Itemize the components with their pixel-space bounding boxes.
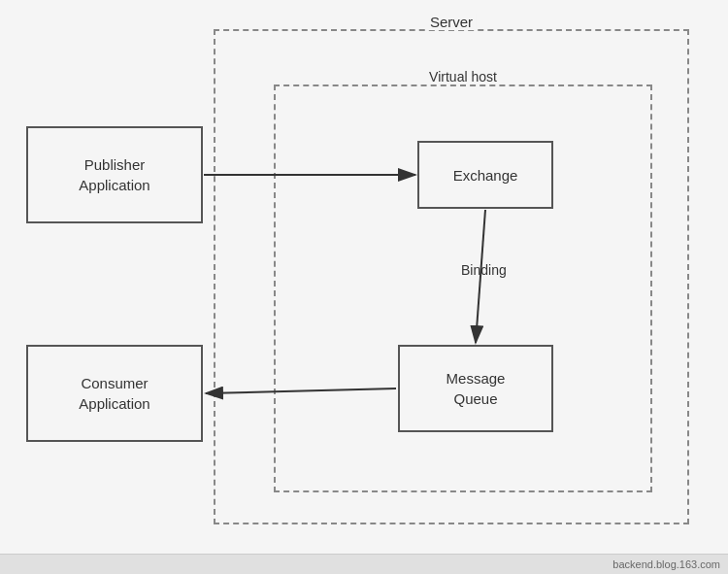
queue-label: MessageQueue [447,368,506,409]
vhost-label: Virtual host [425,69,501,84]
diagram-area: Server Virtual host PublisherApplication… [0,0,728,554]
server-box: Server Virtual host [214,29,689,524]
publisher-label: PublisherApplication [79,154,149,195]
binding-label: Binding [461,262,507,278]
consumer-box: ConsumerApplication [26,345,203,442]
exchange-box: Exchange [417,141,553,209]
publisher-box: PublisherApplication [26,126,203,223]
server-label: Server [426,14,477,30]
footer-bar: backend.blog.163.com [0,554,728,574]
footer-url: backend.blog.163.com [612,558,720,570]
exchange-label: Exchange [453,167,518,184]
consumer-label: ConsumerApplication [79,373,149,414]
queue-box: MessageQueue [398,345,553,432]
